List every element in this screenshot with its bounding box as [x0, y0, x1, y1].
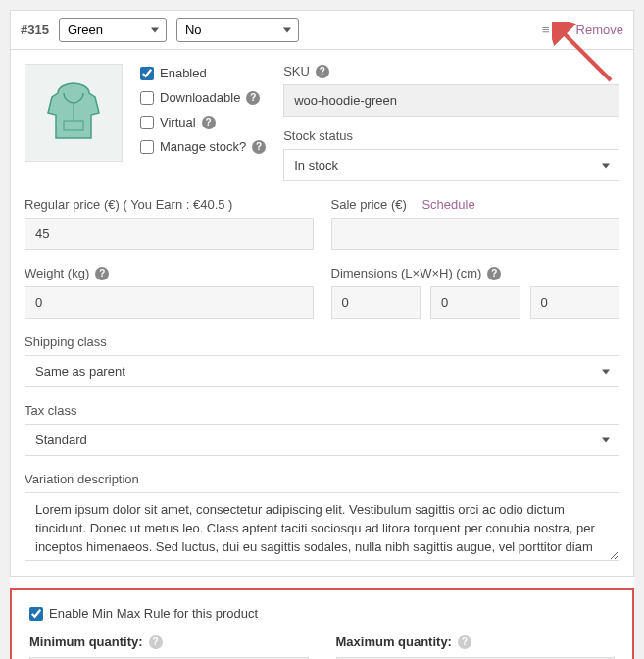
help-icon[interactable]: ? [458, 635, 471, 649]
virtual-label: Virtual [160, 115, 196, 129]
sale-price-input[interactable] [331, 218, 620, 250]
stock-status-label: Stock status [283, 128, 353, 143]
help-icon[interactable]: ? [202, 116, 216, 129]
regular-price-input[interactable] [25, 218, 314, 250]
width-input[interactable] [430, 286, 520, 319]
help-icon[interactable]: ? [252, 140, 266, 154]
weight-input[interactable] [25, 286, 314, 319]
help-icon[interactable]: ? [316, 65, 329, 78]
variation-description-label: Variation description [25, 472, 619, 486]
shipping-class-select[interactable]: Same as parent [25, 355, 619, 387]
variation-description-input[interactable] [25, 492, 619, 561]
sale-price-label: Sale price (€) [331, 197, 407, 212]
dimensions-label: Dimensions (L×W×H) (cm) [331, 266, 482, 280]
downloadable-label: Downloadable [160, 90, 240, 105]
remove-variation-link[interactable]: Remove [576, 23, 623, 37]
menu-icon[interactable]: ≡ [542, 23, 550, 37]
collapse-icon[interactable]: ▴ [560, 23, 567, 37]
enable-min-max-checkbox[interactable] [29, 607, 43, 621]
length-input[interactable] [331, 286, 421, 319]
weight-label: Weight (kg) [25, 266, 89, 280]
min-max-rule-box: Enable Min Max Rule for this product Min… [10, 588, 634, 659]
enabled-label: Enabled [160, 66, 207, 80]
height-input[interactable] [530, 286, 620, 319]
tax-class-select[interactable]: Standard [25, 424, 619, 456]
manage-stock-checkbox[interactable] [140, 140, 154, 154]
variation-header[interactable]: #315 Green No ≡ ▴ Remove [10, 10, 634, 50]
virtual-checkbox[interactable] [140, 116, 154, 129]
attr-logo-select[interactable]: No [176, 18, 299, 42]
help-icon[interactable]: ? [95, 267, 109, 280]
downloadable-checkbox[interactable] [140, 91, 154, 105]
help-icon[interactable]: ? [487, 267, 501, 280]
max-qty-label: Maximum quantity: [336, 634, 452, 649]
variation-id: #315 [21, 23, 49, 37]
attr-color-select[interactable]: Green [59, 18, 167, 42]
manage-stock-label: Manage stock? [160, 139, 246, 154]
variation-image[interactable] [25, 64, 123, 162]
sku-label: SKU [283, 64, 310, 78]
enable-min-max-label: Enable Min Max Rule for this product [49, 606, 258, 621]
min-qty-label: Minimum quantity: [29, 634, 143, 649]
hoodie-icon [38, 77, 109, 148]
tax-class-label: Tax class [25, 403, 619, 418]
regular-price-label: Regular price (€) ( You Earn : €40.5 ) [25, 197, 232, 212]
sku-input[interactable] [283, 84, 619, 117]
shipping-class-label: Shipping class [25, 334, 619, 349]
enabled-checkbox[interactable] [140, 67, 154, 80]
help-icon[interactable]: ? [149, 635, 163, 649]
stock-status-select[interactable]: In stock [283, 149, 619, 181]
help-icon[interactable]: ? [246, 91, 260, 105]
schedule-link[interactable]: Schedule [421, 197, 474, 212]
